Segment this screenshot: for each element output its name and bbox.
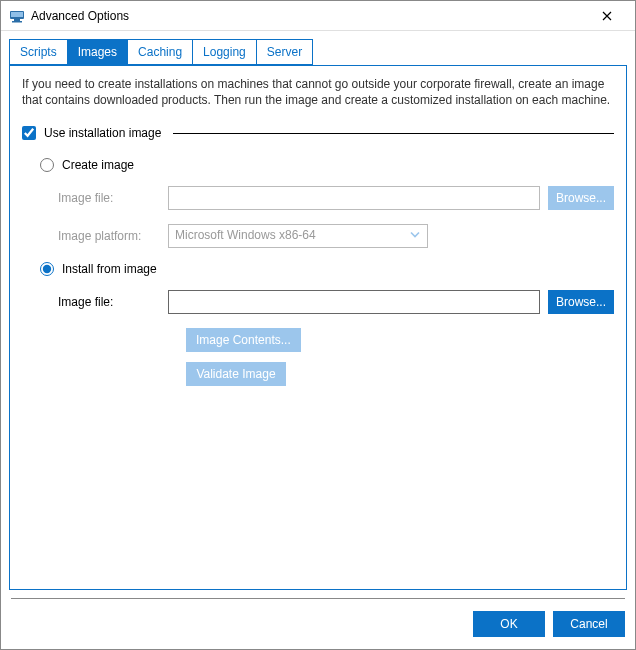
- image-platform-row: Image platform: Microsoft Windows x86-64: [40, 224, 614, 248]
- create-image-file-row: Image file: Browse...: [40, 186, 614, 210]
- use-installation-image-checkbox[interactable]: [22, 126, 36, 140]
- svg-rect-3: [12, 21, 22, 23]
- close-button[interactable]: [587, 1, 627, 30]
- validate-image-button[interactable]: Validate Image: [186, 362, 286, 386]
- image-options-section: Create image Image file: Browse... Image…: [22, 158, 614, 386]
- create-image-radio[interactable]: [40, 158, 54, 172]
- window-title: Advanced Options: [31, 9, 587, 23]
- install-from-image-row: Install from image: [40, 262, 614, 276]
- install-image-file-label: Image file:: [58, 295, 168, 309]
- app-icon: [9, 8, 25, 24]
- install-image-browse-button[interactable]: Browse...: [548, 290, 614, 314]
- images-panel: If you need to create installations on m…: [9, 65, 627, 590]
- tabstrip: Scripts Images Caching Logging Server: [1, 31, 635, 65]
- create-image-file-label: Image file:: [58, 191, 168, 205]
- section-rule: [173, 133, 614, 134]
- ok-button[interactable]: OK: [473, 611, 545, 637]
- install-from-image-radio[interactable]: [40, 262, 54, 276]
- image-platform-value: Microsoft Windows x86-64: [175, 228, 316, 242]
- dialog-footer: OK Cancel: [1, 599, 635, 649]
- titlebar: Advanced Options: [1, 1, 635, 31]
- install-from-image-label: Install from image: [62, 262, 157, 276]
- svg-rect-1: [11, 12, 23, 17]
- caret-down-icon: [409, 229, 421, 244]
- image-action-buttons: Image Contents... Validate Image: [40, 328, 614, 386]
- install-image-file-row: Image file: Browse...: [40, 290, 614, 314]
- svg-rect-2: [14, 19, 20, 21]
- tab-scripts[interactable]: Scripts: [9, 39, 68, 65]
- install-image-file-input[interactable]: [168, 290, 540, 314]
- tab-images[interactable]: Images: [68, 39, 128, 65]
- tab-server[interactable]: Server: [257, 39, 313, 65]
- image-platform-select[interactable]: Microsoft Windows x86-64: [168, 224, 428, 248]
- create-image-file-input[interactable]: [168, 186, 540, 210]
- create-image-label: Create image: [62, 158, 134, 172]
- image-platform-label: Image platform:: [58, 229, 168, 243]
- use-installation-image-label: Use installation image: [44, 126, 161, 140]
- tab-caching[interactable]: Caching: [128, 39, 193, 65]
- cancel-button[interactable]: Cancel: [553, 611, 625, 637]
- use-installation-image-row: Use installation image: [22, 126, 614, 140]
- image-contents-button[interactable]: Image Contents...: [186, 328, 301, 352]
- create-image-row: Create image: [40, 158, 614, 172]
- create-image-browse-button[interactable]: Browse...: [548, 186, 614, 210]
- intro-text: If you need to create installations on m…: [22, 76, 614, 108]
- tab-logging[interactable]: Logging: [193, 39, 257, 65]
